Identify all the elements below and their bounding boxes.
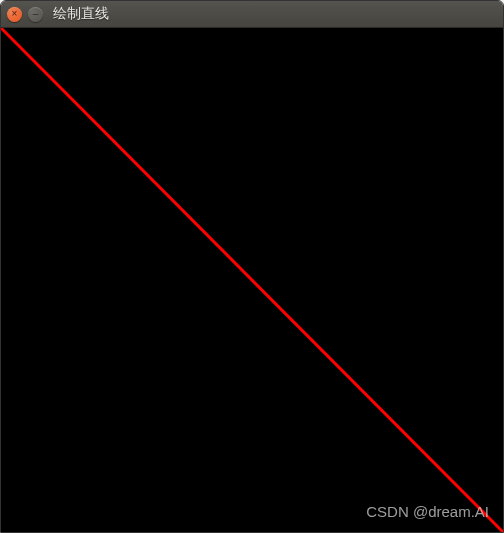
window-controls: × – <box>7 7 43 22</box>
canvas-area: CSDN @dream.AI <box>1 28 503 532</box>
diagonal-line <box>1 28 503 532</box>
titlebar[interactable]: × – 绘制直线 <box>1 1 503 28</box>
drawing-canvas <box>1 28 503 532</box>
window-title: 绘制直线 <box>53 5 109 23</box>
close-icon: × <box>12 9 18 19</box>
minimize-icon: – <box>33 9 39 19</box>
close-button[interactable]: × <box>7 7 22 22</box>
application-window: × – 绘制直线 CSDN @dream.AI <box>0 0 504 533</box>
minimize-button[interactable]: – <box>28 7 43 22</box>
